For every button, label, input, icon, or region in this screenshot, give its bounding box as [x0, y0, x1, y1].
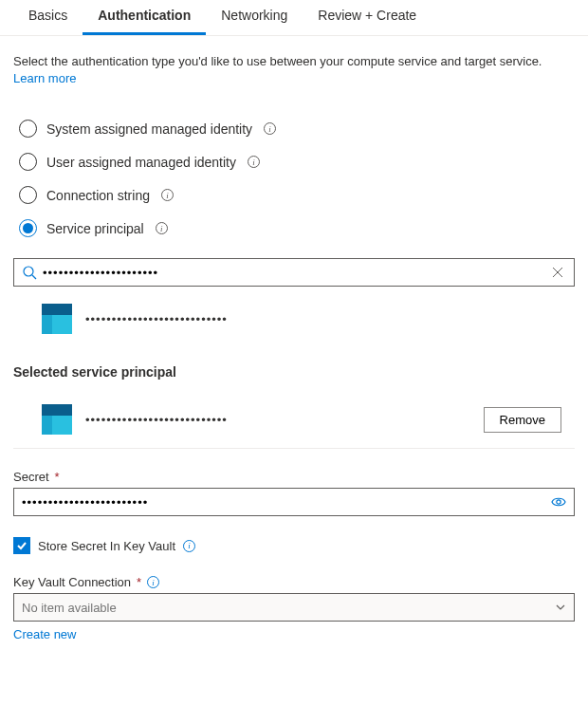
- radio-user-identity[interactable]: User assigned managed identity i: [19, 145, 575, 178]
- result-name: •••••••••••••••••••••••••••: [85, 312, 228, 326]
- store-in-keyvault-label: Store Secret In Key Vault: [38, 539, 175, 553]
- required-indicator: *: [137, 575, 141, 589]
- info-icon[interactable]: i: [156, 222, 168, 234]
- checkbox-checked-icon[interactable]: [13, 537, 30, 554]
- radio-icon: [19, 219, 37, 237]
- svg-point-4: [557, 500, 560, 504]
- radio-icon: [19, 120, 37, 138]
- radio-system-identity[interactable]: System assigned managed identity i: [19, 112, 575, 145]
- create-new-link[interactable]: Create new: [0, 622, 588, 660]
- auth-type-radio-group: System assigned managed identity i User …: [0, 91, 588, 249]
- tab-review-create[interactable]: Review + Create: [303, 0, 432, 35]
- info-icon[interactable]: i: [147, 576, 159, 588]
- select-placeholder: No item available: [22, 601, 117, 615]
- radio-service-principal[interactable]: Service principal i: [19, 212, 575, 245]
- selected-sp-name: •••••••••••••••••••••••••••: [85, 413, 228, 427]
- svg-point-0: [24, 267, 33, 276]
- auth-description: Select the authentication type you'd lik…: [0, 36, 588, 91]
- store-in-keyvault-row[interactable]: Store Secret In Key Vault i: [0, 516, 588, 554]
- search-result-item[interactable]: •••••••••••••••••••••••••••: [13, 287, 575, 347]
- learn-more-link[interactable]: Learn more: [13, 71, 76, 85]
- description-text: Select the authentication type you'd lik…: [13, 54, 542, 68]
- keyvault-connection-select[interactable]: No item available: [13, 593, 575, 622]
- radio-label: User assigned managed identity: [46, 155, 236, 170]
- radio-connection-string[interactable]: Connection string i: [19, 178, 575, 212]
- search-input[interactable]: [43, 266, 551, 280]
- secret-input[interactable]: [22, 495, 551, 510]
- keyvault-connection-label: Key Vault Connection: [13, 575, 131, 589]
- secret-field: Secret *: [0, 449, 588, 516]
- radio-label: System assigned managed identity: [46, 121, 252, 137]
- info-icon[interactable]: i: [248, 156, 260, 168]
- app-registration-icon: [42, 304, 72, 334]
- clear-icon[interactable]: [551, 266, 564, 279]
- svg-line-1: [32, 275, 36, 279]
- remove-button[interactable]: Remove: [484, 407, 561, 433]
- keyvault-connection-field: Key Vault Connection * i No item availab…: [0, 554, 588, 622]
- chevron-down-icon: [555, 602, 566, 613]
- tab-bar: Basics Authentication Networking Review …: [0, 0, 588, 36]
- radio-icon: [19, 186, 37, 204]
- app-registration-icon: [42, 404, 72, 435]
- required-indicator: *: [55, 470, 60, 484]
- info-icon[interactable]: i: [183, 540, 195, 552]
- info-icon[interactable]: i: [161, 189, 174, 201]
- service-principal-search[interactable]: [13, 258, 575, 287]
- info-icon[interactable]: i: [264, 122, 276, 135]
- radio-label: Connection string: [46, 188, 150, 203]
- radio-label: Service principal: [46, 221, 144, 236]
- tab-authentication[interactable]: Authentication: [83, 0, 206, 35]
- radio-icon: [19, 153, 37, 171]
- tab-basics[interactable]: Basics: [13, 0, 83, 35]
- selected-sp-heading: Selected service principal: [0, 347, 588, 381]
- secret-label: Secret: [13, 470, 49, 484]
- selected-sp-row: ••••••••••••••••••••••••••• Remove: [13, 391, 575, 449]
- search-icon: [22, 265, 37, 280]
- reveal-password-icon[interactable]: [551, 494, 566, 510]
- tab-networking[interactable]: Networking: [206, 0, 303, 35]
